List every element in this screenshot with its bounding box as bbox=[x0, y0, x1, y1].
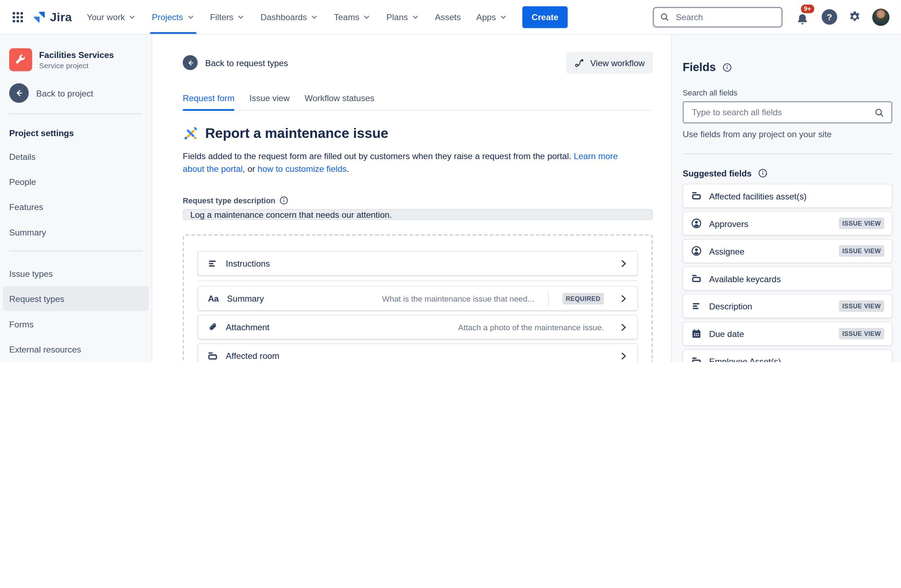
request-type-description-field[interactable]: Log a maintenance concern that needs our… bbox=[183, 209, 653, 220]
nav-item-dashboards[interactable]: Dashboards bbox=[260, 0, 318, 34]
tools-icon bbox=[183, 126, 198, 141]
sidebar-item-issue-types[interactable]: Issue types bbox=[3, 261, 149, 286]
chevron-down-icon bbox=[128, 13, 137, 21]
person-icon bbox=[691, 246, 702, 257]
fields-panel-title: Fields bbox=[683, 61, 716, 74]
nav-item-apps[interactable]: Apps bbox=[477, 0, 508, 34]
chevron-right-icon bbox=[618, 322, 628, 332]
global-search-input[interactable] bbox=[675, 11, 776, 22]
issue-view-badge: ISSUE VIEW bbox=[839, 300, 884, 312]
intro-paragraph: Fields added to the request form are fil… bbox=[183, 150, 637, 175]
field-row-affected-room[interactable]: Affected room bbox=[198, 343, 638, 362]
info-icon[interactable] bbox=[279, 196, 288, 205]
calendar-icon bbox=[691, 328, 702, 339]
view-workflow-button[interactable]: View workflow bbox=[566, 51, 653, 73]
nav-item-teams[interactable]: Teams bbox=[334, 0, 371, 34]
request-type-description-label: Request type description bbox=[183, 196, 276, 205]
project-type: Service project bbox=[39, 61, 114, 70]
global-search[interactable] bbox=[653, 7, 783, 27]
info-icon[interactable] bbox=[722, 62, 732, 73]
project-settings-heading: Project settings bbox=[0, 120, 152, 140]
suggested-field-description[interactable]: Description ISSUE VIEW bbox=[683, 294, 893, 318]
sidebar-section-issue-config: Issue types Request types Forms External… bbox=[0, 261, 152, 362]
sidebar-item-people[interactable]: People bbox=[3, 169, 149, 194]
sidebar-divider bbox=[9, 113, 143, 114]
sidebar-item-details[interactable]: Details bbox=[3, 143, 149, 169]
back-to-project-link[interactable]: Back to project bbox=[0, 75, 152, 107]
suggested-field-affected-facilities-assets[interactable]: Affected facilities asset(s) bbox=[683, 184, 893, 208]
chevron-down-icon bbox=[310, 13, 319, 21]
gear-icon bbox=[848, 10, 861, 23]
tab-workflow-statuses[interactable]: Workflow statuses bbox=[305, 93, 374, 110]
back-to-request-types-link[interactable]: Back to request types bbox=[183, 55, 288, 70]
info-icon[interactable] bbox=[758, 168, 768, 178]
vertical-divider bbox=[548, 291, 549, 306]
suggested-field-assignee[interactable]: Assignee ISSUE VIEW bbox=[683, 239, 893, 263]
sidebar-item-request-types[interactable]: Request types bbox=[3, 286, 149, 311]
panel-divider bbox=[683, 154, 893, 154]
nav-item-your-work[interactable]: Your work bbox=[87, 0, 137, 34]
wrench-icon bbox=[14, 53, 28, 67]
arrow-left-icon bbox=[14, 88, 24, 98]
sidebar-item-external-resources[interactable]: External resources bbox=[3, 337, 149, 362]
bell-icon bbox=[796, 12, 809, 25]
chevron-down-icon bbox=[186, 13, 195, 21]
workflow-icon bbox=[574, 57, 585, 68]
tab-request-form[interactable]: Request form bbox=[183, 93, 235, 110]
chevron-down-icon bbox=[499, 13, 508, 21]
sidebar-item-features[interactable]: Features bbox=[3, 194, 149, 219]
top-navigation: Jira Your work Projects Filters Dashboar… bbox=[0, 0, 901, 34]
field-placeholder: What is the maintenance issue that need.… bbox=[382, 294, 534, 303]
nav-item-assets[interactable]: Assets bbox=[435, 0, 461, 34]
tab-issue-view[interactable]: Issue view bbox=[249, 93, 290, 110]
chevron-down-icon bbox=[363, 13, 371, 21]
nav-item-plans[interactable]: Plans bbox=[386, 0, 419, 34]
suggested-field-due-date[interactable]: Due date ISSUE VIEW bbox=[683, 322, 893, 346]
chevron-right-icon bbox=[618, 258, 628, 268]
jira-app: Jira Your work Projects Filters Dashboar… bbox=[0, 0, 901, 362]
sidebar-item-forms[interactable]: Forms bbox=[3, 311, 149, 336]
field-placeholder: Attach a photo of the maintenance issue. bbox=[458, 322, 604, 332]
project-header: Facilities Services Service project bbox=[0, 45, 152, 75]
user-avatar[interactable] bbox=[872, 8, 890, 26]
chevron-down-icon bbox=[237, 13, 245, 21]
fields-search[interactable] bbox=[683, 101, 893, 123]
request-form-canvas: Instructions Aa Summary What is the main… bbox=[183, 235, 653, 362]
customize-fields-link[interactable]: how to customize fields bbox=[257, 164, 347, 174]
suggested-field-approvers[interactable]: Approvers ISSUE VIEW bbox=[683, 212, 893, 235]
settings-button[interactable] bbox=[848, 10, 861, 23]
chevron-down-icon bbox=[412, 13, 419, 21]
short-text-icon: Aa bbox=[207, 294, 220, 303]
nav-item-filters[interactable]: Filters bbox=[210, 0, 245, 34]
field-row-attachment[interactable]: Attachment Attach a photo of the mainten… bbox=[198, 315, 638, 339]
chevron-right-icon bbox=[618, 293, 628, 303]
page-title: Report a maintenance issue bbox=[205, 125, 388, 141]
issue-view-badge: ISSUE VIEW bbox=[839, 218, 884, 229]
project-avatar bbox=[9, 48, 32, 71]
app-switcher-button[interactable] bbox=[8, 7, 28, 26]
suggested-field-available-keycards[interactable]: Available keycards bbox=[683, 267, 893, 291]
issue-view-badge: ISSUE VIEW bbox=[839, 328, 884, 339]
help-button[interactable]: ? bbox=[822, 9, 837, 25]
fields-search-input[interactable] bbox=[691, 107, 869, 118]
chevron-right-icon bbox=[618, 351, 628, 361]
paragraph-icon bbox=[691, 300, 702, 312]
field-row-summary[interactable]: Aa Summary What is the maintenance issue… bbox=[198, 286, 638, 311]
fields-search-hint: Use fields from any project on your site bbox=[683, 129, 893, 139]
editor-tabs: Request form Issue view Workflow statuse… bbox=[183, 93, 653, 110]
primary-nav: Your work Projects Filters Dashboards Te… bbox=[87, 0, 508, 34]
person-icon bbox=[691, 218, 702, 229]
nav-item-projects[interactable]: Projects bbox=[152, 0, 195, 34]
paragraph-icon bbox=[207, 257, 218, 269]
asset-icon bbox=[691, 190, 702, 202]
suggested-fields-title: Suggested fields bbox=[683, 168, 752, 178]
search-icon bbox=[660, 12, 670, 22]
request-type-editor: Back to request types View workflow Requ… bbox=[152, 34, 671, 362]
sidebar-item-summary[interactable]: Summary bbox=[3, 219, 149, 244]
field-row-instructions[interactable]: Instructions bbox=[198, 251, 638, 276]
jira-logo[interactable]: Jira bbox=[32, 10, 72, 24]
suggested-field-employee-assets[interactable]: Employee Asset(s) bbox=[683, 349, 893, 362]
jira-wordmark: Jira bbox=[50, 10, 72, 24]
notifications-button[interactable]: 9+ bbox=[793, 8, 811, 26]
create-button[interactable]: Create bbox=[522, 6, 568, 28]
